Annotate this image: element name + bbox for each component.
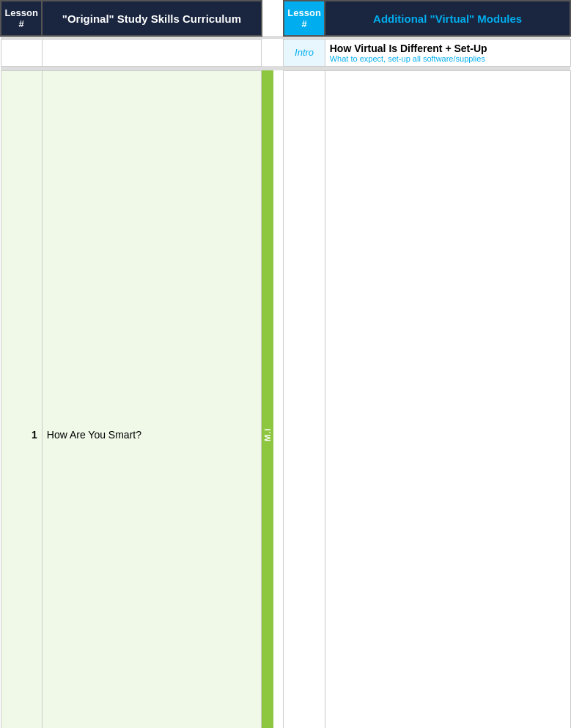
lesson-row-1: 1 How Are You Smart? M.I <box>1 70 570 728</box>
intro-label: Intro <box>284 39 325 66</box>
curriculum-table: Lesson # "Original" Study Skills Curricu… <box>0 0 571 728</box>
header-original: "Original" Study Skills Curriculum <box>42 1 261 36</box>
header-lesson-right: Lesson # <box>284 1 325 36</box>
intro-row: Intro How Virtual Is Different + Set-Up … <box>1 39 570 66</box>
header-lesson-left: Lesson # <box>1 1 42 36</box>
header-row: Lesson # "Original" Study Skills Curricu… <box>1 1 570 36</box>
intro-title-cell: How Virtual Is Different + Set-Up What t… <box>325 39 570 66</box>
intro-title: How Virtual Is Different + Set-Up <box>330 43 566 54</box>
intro-subtitle: What to expect, set-up all software/supp… <box>330 54 566 63</box>
header-virtual: Additional "Virtual" Modules <box>325 1 570 36</box>
